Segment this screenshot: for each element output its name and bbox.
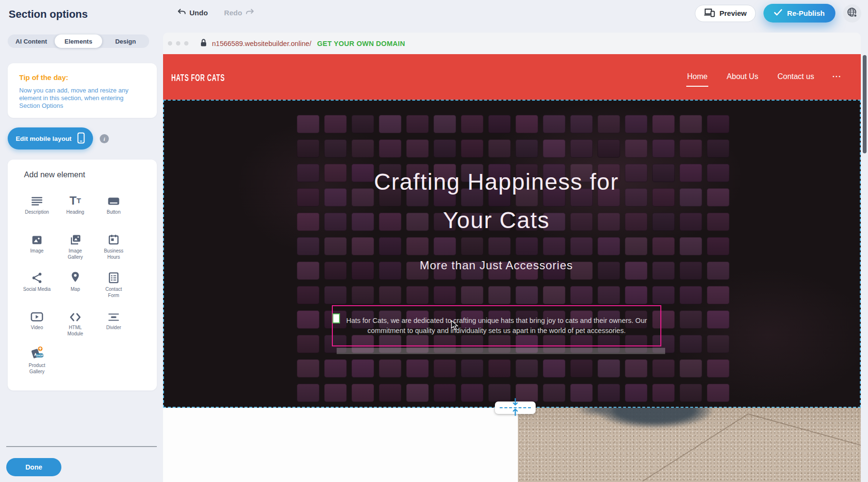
hero-tile [598, 139, 620, 158]
hero-tile [297, 213, 319, 231]
hero-tile [379, 237, 401, 255]
hero-tile [434, 115, 456, 133]
hero-tile [652, 115, 675, 133]
hero-tile [297, 310, 319, 329]
nav-item-label: Home [687, 72, 708, 80]
tab[interactable]: Elements [55, 34, 102, 48]
hero-tile [488, 359, 511, 378]
element-label: Divider [94, 324, 133, 331]
hero-tile [625, 188, 647, 207]
nav-item[interactable]: Contact us [776, 68, 815, 87]
element-grid: Description TT Heading Button Image Imag… [8, 160, 157, 390]
hero-tile [461, 139, 483, 158]
done-button[interactable]: Done [6, 458, 61, 476]
hero-tile [652, 262, 675, 280]
url-text: n1566589.websitebuilder.online/ [212, 40, 311, 47]
element-item[interactable]: TT Heading [56, 191, 94, 215]
element-label: Video [18, 324, 56, 331]
hero-tile [324, 359, 347, 378]
section-resize-handle[interactable] [495, 402, 536, 414]
hero-tile [297, 188, 319, 207]
hero-section-selected[interactable]: Crafting Happiness for Your Cats More th… [163, 100, 861, 408]
preview-button[interactable]: Preview [695, 5, 756, 22]
next-section-background[interactable] [163, 408, 518, 482]
paragraph-element-selected[interactable]: Hats for Cats, we are dedicated to craft… [332, 305, 661, 346]
element-item[interactable]: Image Gallery [56, 230, 94, 260]
hero-tile [625, 359, 647, 378]
page-title: Section options [9, 8, 88, 21]
nav-items: HomeAbout UsContact us [686, 68, 815, 87]
hero-heading[interactable]: Crafting Happiness for Your Cats [367, 163, 626, 240]
site-logo[interactable]: HATS FOR CATS [171, 72, 225, 83]
hero-tile [680, 164, 702, 182]
element-item[interactable]: Divider [94, 306, 133, 331]
redo-label: Redo [224, 9, 242, 17]
sidebar-divider [6, 446, 157, 447]
element-icon: TT [56, 191, 94, 207]
language-globe-button[interactable] [843, 4, 861, 23]
element-item[interactable]: HTML Module [56, 306, 94, 337]
element-item[interactable]: Map [56, 268, 94, 292]
hero-tile [406, 139, 429, 158]
element-item[interactable]: Video [18, 306, 56, 331]
nav-item-label: Contact us [777, 72, 814, 80]
element-item[interactable]: Contact Form [94, 268, 133, 298]
hero-tile [461, 237, 483, 255]
undo-icon [177, 9, 186, 17]
hero-tile [680, 359, 702, 378]
info-icon[interactable]: i [100, 134, 109, 143]
edit-mobile-label: Edit mobile layout [16, 135, 71, 142]
scrollbar-thumb[interactable] [863, 55, 867, 153]
hero-tile [570, 384, 593, 402]
tab[interactable]: AI Content [8, 34, 55, 48]
hero-tile [625, 384, 647, 402]
element-item[interactable]: Image [18, 230, 56, 254]
hero-tile [379, 286, 401, 304]
redo-icon [246, 9, 254, 17]
lock-icon [200, 39, 207, 48]
next-section-image[interactable] [518, 408, 861, 482]
hero-tile [352, 359, 374, 378]
element-icon [94, 268, 133, 284]
get-domain-link[interactable]: GET YOUR OWN DOMAIN [317, 40, 405, 47]
tab[interactable]: Design [102, 34, 149, 48]
hero-tile [516, 384, 538, 402]
hero-tile [488, 237, 511, 255]
republish-button[interactable]: Re-Publish [763, 4, 835, 23]
hero-tile [434, 237, 456, 255]
hero-tile [707, 237, 729, 255]
edit-mobile-layout-button[interactable]: Edit mobile layout [8, 127, 93, 149]
hero-tile [516, 286, 538, 304]
element-item[interactable]: Description [18, 191, 56, 215]
hero-tile [324, 262, 347, 280]
element-label: Image Gallery [56, 248, 94, 260]
element-drag-handle[interactable] [332, 313, 340, 323]
undo-button[interactable]: Undo [177, 9, 208, 17]
element-item[interactable]: Button [94, 191, 133, 215]
site-header: HATS FOR CATS HomeAbout UsContact us ... [163, 54, 861, 100]
hero-tile [379, 359, 401, 378]
hero-tile [297, 384, 319, 402]
republish-label: Re-Publish [787, 9, 824, 17]
element-item[interactable]: Social Media [18, 268, 56, 292]
nav-item[interactable]: About Us [726, 68, 759, 87]
hero-tile [707, 164, 729, 182]
element-label: Map [56, 286, 94, 292]
hero-tile-pattern [164, 101, 860, 407]
hero-tile [707, 213, 729, 231]
hero-tile [707, 335, 729, 353]
paragraph-shadow-strip [337, 348, 665, 354]
mouse-cursor [451, 320, 458, 333]
hero-tile [652, 286, 675, 304]
element-item[interactable]: Business Hours [94, 230, 133, 260]
nav-more-button[interactable]: ... [833, 70, 842, 84]
element-item[interactable]: SHOP Product Gallery [18, 344, 56, 375]
hero-tile [570, 115, 593, 133]
hero-subheading[interactable]: More than Just Accessories [352, 259, 640, 272]
hero-tile [461, 384, 483, 402]
nav-item[interactable]: Home [686, 68, 709, 87]
tip-title: Tip of the day: [19, 73, 145, 81]
hero-tile [434, 359, 456, 378]
element-icon [18, 268, 56, 284]
redo-button[interactable]: Redo [224, 9, 254, 17]
